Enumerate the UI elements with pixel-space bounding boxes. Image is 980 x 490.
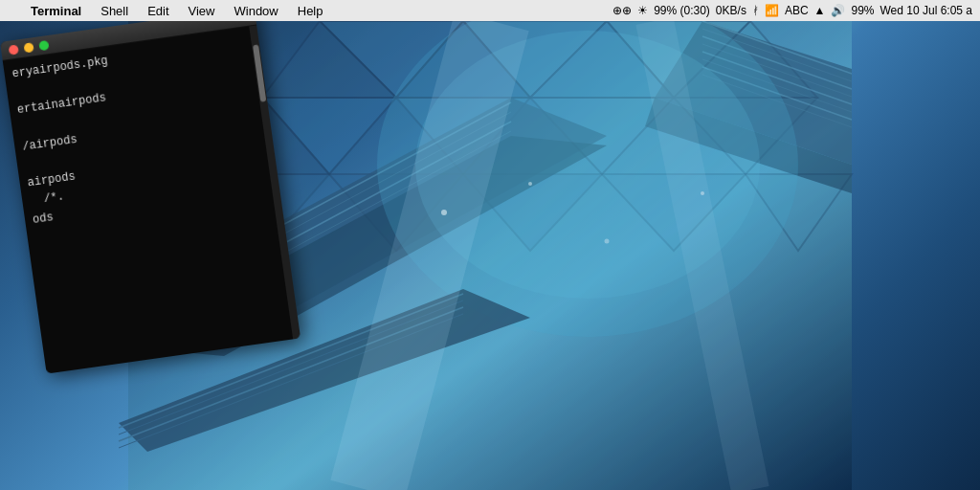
battery-icon[interactable]: 99%: [851, 4, 874, 17]
network-speed: 0KB/s: [716, 4, 746, 17]
date-time: Wed 10 Jul 6:05 a: [880, 4, 972, 17]
maximize-button[interactable]: [38, 39, 49, 50]
view-menu[interactable]: View: [181, 2, 223, 20]
svg-point-46: [701, 191, 704, 195]
terminal-window[interactable]: eryairpods.pkg ertainairpods /airpods ai…: [0, 21, 301, 374]
svg-point-44: [528, 182, 532, 186]
screen-mirror-icon: ⊕⊕: [612, 4, 632, 17]
edit-menu[interactable]: Edit: [140, 2, 176, 20]
close-button[interactable]: [9, 44, 19, 55]
window-menu[interactable]: Window: [227, 2, 286, 20]
brightness-icon[interactable]: ☀: [637, 4, 648, 17]
volume-icon[interactable]: 🔊: [831, 4, 845, 17]
menu-bar: Terminal Shell Edit View Window Help ⊕⊕ …: [0, 0, 980, 21]
desktop: eryairpods.pkg ertainairpods /airpods ai…: [0, 21, 980, 490]
svg-point-43: [441, 210, 447, 215]
help-menu[interactable]: Help: [290, 2, 331, 20]
shell-menu[interactable]: Shell: [93, 2, 136, 20]
keyboard-layout[interactable]: ABC: [785, 4, 809, 17]
battery-time: 99% (0:30): [654, 4, 710, 17]
wifi-icon[interactable]: 📶: [765, 4, 779, 17]
app-name[interactable]: Terminal: [23, 2, 89, 20]
apple-menu[interactable]: [8, 9, 19, 12]
bluetooth-icon[interactable]: ᚯ: [752, 4, 759, 17]
menu-bar-left: Terminal Shell Edit View Window Help: [8, 2, 331, 20]
time-machine-icon[interactable]: ▲: [814, 4, 826, 17]
minimize-button[interactable]: [23, 42, 33, 53]
svg-point-45: [605, 239, 610, 244]
menu-bar-right: ⊕⊕ ☀ 99% (0:30) 0KB/s ᚯ 📶 ABC ▲ 🔊 99% We…: [612, 4, 972, 17]
